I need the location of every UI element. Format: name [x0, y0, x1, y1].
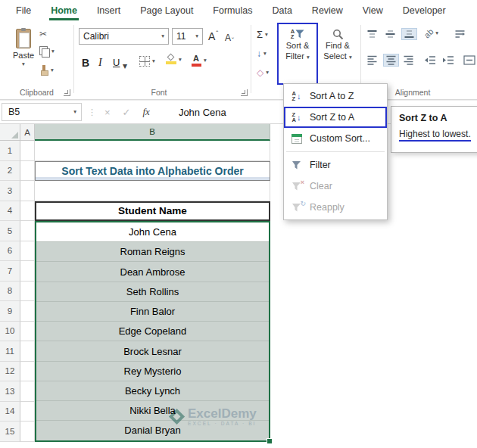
merge-center-button[interactable]	[463, 55, 475, 65]
decrease-font-size-button[interactable]: A ˇ	[225, 32, 234, 44]
align-middle-button[interactable]	[385, 30, 396, 39]
funnel-icon	[295, 30, 304, 39]
row-header[interactable]: 2	[0, 161, 20, 182]
insert-function-button[interactable]: fx	[143, 106, 150, 118]
row-header[interactable]: 14	[0, 402, 20, 422]
tab-data[interactable]: Data	[262, 0, 301, 21]
tab-file[interactable]: File	[6, 0, 41, 21]
chevron-down-icon: ▾	[263, 51, 267, 57]
menu-item-custom-sort[interactable]: Custom Sort...	[284, 128, 387, 149]
scissors-icon: ✂	[39, 29, 47, 39]
font-dialog-launcher[interactable]	[241, 89, 248, 96]
row-header[interactable]: 8	[0, 282, 20, 302]
row-header[interactable]: 13	[0, 381, 20, 402]
underline-options-caret[interactable]: ▾	[123, 61, 127, 70]
align-top-button[interactable]	[366, 30, 378, 39]
format-painter-icon	[39, 65, 48, 76]
menu-item-label: Reapply	[310, 202, 344, 213]
name-box[interactable]: B5 ▾	[2, 103, 82, 121]
font-name-select[interactable]: Calibri ▾	[79, 28, 169, 45]
column-header-a[interactable]: A	[20, 124, 35, 141]
row-header[interactable]: 15	[0, 422, 20, 442]
formula-bar-value[interactable]: John Cena	[179, 107, 226, 118]
format-painter-button[interactable]: ▾	[39, 65, 54, 76]
student-name-cell[interactable]: Roman Reigns	[36, 242, 269, 262]
student-name-cell[interactable]: Dean Ambrose	[36, 262, 269, 282]
menu-item-sort-z-to-a[interactable]: ZA ↓ Sort Z to A	[284, 107, 387, 128]
row-header[interactable]: 7	[0, 261, 20, 282]
clear-filter-icon: ×	[290, 182, 303, 191]
paste-button[interactable]: Paste ▾	[5, 24, 42, 83]
student-name-cell[interactable]: Finn Balor	[36, 302, 269, 322]
underline-button[interactable]: U	[113, 57, 120, 68]
tab-view[interactable]: View	[353, 0, 393, 21]
fill-down-button[interactable]: ↓ ▾	[257, 48, 267, 59]
align-center-button[interactable]	[383, 54, 399, 67]
cell-b2-title[interactable]: Sort Text Data into Alphabetic Order	[35, 161, 270, 182]
tab-page-layout[interactable]: Page Layout	[130, 0, 203, 21]
fill-color-button[interactable]: ▾	[165, 54, 182, 64]
chevron-down-icon: ▾	[435, 30, 438, 36]
fill-handle[interactable]	[267, 438, 273, 444]
student-name-cell[interactable]: John Cena	[36, 222, 269, 242]
borders-button[interactable]: ▾	[139, 56, 155, 67]
group-separator	[251, 25, 251, 93]
decrease-indent-button[interactable]	[424, 55, 436, 65]
align-middle-icon	[385, 30, 396, 39]
row-header[interactable]: 4	[0, 201, 20, 222]
student-name-cell[interactable]: Seth Rollins	[36, 282, 269, 302]
sort-az-icon: AZ ↓	[290, 91, 303, 101]
row-header[interactable]: 9	[0, 301, 20, 322]
font-size-select[interactable]: 11 ▾	[172, 28, 203, 45]
wrap-text-button[interactable]	[454, 30, 466, 39]
autosum-button[interactable]: Σ ▾	[257, 29, 268, 40]
italic-button[interactable]: I	[98, 57, 102, 69]
select-all-corner[interactable]	[0, 124, 20, 141]
row-header[interactable]: 10	[0, 322, 20, 342]
clear-formats-button[interactable]: ◇ ▾	[257, 67, 269, 78]
align-left-button[interactable]	[366, 55, 378, 65]
row-header[interactable]: 3	[0, 181, 20, 201]
row-header[interactable]: 5	[0, 221, 20, 241]
bold-button[interactable]: B	[82, 57, 89, 69]
sort-z-to-a-tooltip: Sort Z to A Highest to lowest.	[391, 106, 477, 153]
ribbon: Paste ▾ ✂ ▾ ▾ Clipboard Calibri ▾ 11 ▾ A…	[0, 21, 477, 100]
find-select-button[interactable]: Find & Select ▾	[319, 24, 357, 83]
align-right-button[interactable]	[403, 55, 414, 65]
align-bottom-button[interactable]	[401, 28, 417, 40]
menu-item-sort-a-to-z[interactable]: AZ ↓ Sort A to Z	[284, 86, 387, 107]
tab-insert[interactable]: Insert	[87, 0, 130, 21]
student-name-cell[interactable]: Becky Lynch	[36, 381, 269, 401]
formula-bar-separator[interactable]: ⋮	[88, 107, 96, 117]
ribbon-tabs: File Home Insert Page Layout Formulas Da…	[0, 0, 477, 21]
cell-b4-header[interactable]: Student Name	[35, 201, 270, 222]
student-name-cell[interactable]: Brock Lesnar	[36, 341, 269, 361]
tab-developer[interactable]: Developer	[393, 0, 456, 21]
tab-review[interactable]: Review	[302, 0, 353, 21]
student-name-cell[interactable]: Edge Copeland	[36, 322, 269, 341]
enter-button[interactable]: ✓	[123, 107, 131, 118]
row-header[interactable]: 6	[0, 241, 20, 262]
row-header[interactable]: 1	[0, 141, 20, 161]
font-group-label: Font	[79, 88, 239, 97]
column-header-b[interactable]: B	[35, 124, 270, 141]
tab-home[interactable]: Home	[41, 0, 87, 21]
cut-button[interactable]: ✂	[39, 29, 47, 39]
orientation-icon: ab	[422, 26, 435, 39]
copy-button[interactable]: ▾	[39, 46, 55, 57]
student-name-cell[interactable]: Rey Mysterio	[36, 362, 269, 381]
chevron-down-icon: ▾	[73, 109, 76, 115]
orientation-button[interactable]: ab ▾	[424, 29, 438, 38]
font-color-button[interactable]: A ▾	[191, 54, 207, 67]
cancel-button[interactable]: ×	[104, 107, 111, 118]
menu-item-filter[interactable]: Filter	[284, 154, 387, 176]
increase-indent-button[interactable]	[442, 55, 454, 65]
name-box-value: B5	[8, 107, 20, 117]
sort-filter-button[interactable]: AZ Sort & Filter ▾	[279, 24, 316, 83]
row-header[interactable]: 11	[0, 341, 20, 362]
tab-formulas[interactable]: Formulas	[203, 0, 262, 21]
column-a-cells[interactable]	[20, 141, 35, 442]
clipboard-dialog-launcher[interactable]	[64, 89, 70, 96]
row-header[interactable]: 12	[0, 362, 20, 382]
increase-font-size-button[interactable]: A ˆ	[208, 30, 218, 42]
